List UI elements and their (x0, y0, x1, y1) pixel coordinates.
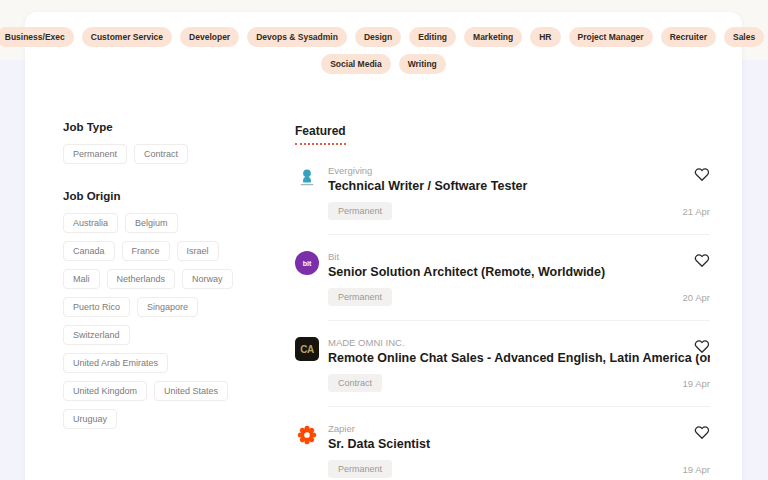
job-origin-option[interactable]: Canada (63, 241, 115, 261)
job-type-filter-group: Job Type Permanent Contract (63, 121, 295, 164)
job-origin-option[interactable]: United Arab Emirates (63, 353, 168, 373)
job-info: Zapier Sr. Data Scientist (328, 423, 710, 451)
job-type-badge: Permanent (328, 288, 392, 306)
job-origin-filter-group: Job Origin Australia Belgium Canada Fran… (63, 190, 295, 429)
company-name: Zapier (328, 423, 710, 434)
company-logo (295, 165, 319, 189)
job-origin-option[interactable]: Netherlands (107, 269, 176, 289)
job-type-option[interactable]: Contract (134, 144, 188, 164)
job-origin-option[interactable]: Belgium (125, 213, 178, 233)
job-info: Bit Senior Solution Architect (Remote, W… (328, 251, 710, 279)
job-origin-option[interactable]: United Kingdom (63, 381, 147, 401)
job-title[interactable]: Senior Solution Architect (Remote, World… (328, 265, 710, 279)
filters-sidebar: Job Type Permanent Contract Job Origin A… (63, 121, 295, 480)
company-logo: bit (295, 251, 319, 275)
job-meta: Contract 19 Apr (328, 374, 710, 392)
job-origin-option[interactable]: Switzerland (63, 325, 130, 345)
heart-icon[interactable] (693, 338, 710, 354)
category-pill[interactable]: Business/Exec (0, 27, 74, 47)
job-date: 20 Apr (683, 292, 710, 303)
featured-jobs-section: Featured Evergiving Technical Writer / S… (295, 121, 710, 480)
job-origin-option[interactable]: Australia (63, 213, 118, 233)
category-pill[interactable]: Marketing (464, 27, 522, 47)
category-pill[interactable]: Design (355, 27, 401, 47)
company-name: Bit (328, 251, 710, 262)
category-pill[interactable]: Customer Service (82, 27, 172, 47)
job-info: Evergiving Technical Writer / Software T… (328, 165, 710, 193)
main-card: All Business/Exec Customer Service Devel… (25, 12, 742, 480)
job-origin-option[interactable]: Israel (177, 241, 219, 261)
job-date: 21 Apr (683, 206, 710, 217)
job-title[interactable]: Technical Writer / Software Tester (328, 179, 710, 193)
job-title[interactable]: Remote Online Chat Sales - Advanced Engl… (328, 351, 710, 365)
job-type-badge: Contract (328, 374, 382, 392)
heart-icon[interactable] (693, 424, 710, 440)
featured-heading: Featured (295, 124, 346, 145)
job-meta: Permanent 21 Apr (328, 202, 710, 220)
job-type-badge: Permanent (328, 202, 392, 220)
job-card[interactable]: Evergiving Technical Writer / Software T… (295, 149, 710, 235)
job-origin-options: Australia Belgium Canada France Israel M… (63, 213, 233, 429)
job-origin-option[interactable]: Uruguay (63, 409, 117, 429)
job-meta: Permanent 20 Apr (328, 288, 710, 306)
job-info: MADE OMNI INC. Remote Online Chat Sales … (328, 337, 710, 365)
category-pill[interactable]: Devops & Sysadmin (247, 27, 347, 47)
job-list: Evergiving Technical Writer / Software T… (295, 149, 710, 480)
company-logo (295, 423, 319, 447)
category-pill[interactable]: Writing (399, 54, 446, 74)
job-card[interactable]: CA MADE OMNI INC. Remote Online Chat Sal… (295, 321, 710, 407)
job-origin-option[interactable]: Singapore (137, 297, 198, 317)
category-row-1: All Business/Exec Customer Service Devel… (31, 27, 736, 47)
company-logo: CA (295, 337, 319, 361)
job-type-options: Permanent Contract (63, 144, 233, 164)
job-date: 19 Apr (683, 464, 710, 475)
job-origin-option[interactable]: Puerto Rico (63, 297, 130, 317)
category-pill[interactable]: Developer (180, 27, 239, 47)
category-pill[interactable]: HR (530, 27, 560, 47)
job-origin-heading: Job Origin (63, 190, 295, 202)
job-meta: Permanent 19 Apr (328, 460, 710, 478)
job-title[interactable]: Sr. Data Scientist (328, 437, 710, 451)
category-filter-bar: All Business/Exec Customer Service Devel… (25, 12, 742, 74)
heart-icon[interactable] (693, 166, 710, 182)
job-type-badge: Permanent (328, 460, 392, 478)
category-pill[interactable]: Social Media (321, 54, 391, 74)
content-area: Job Type Permanent Contract Job Origin A… (25, 81, 742, 480)
job-origin-option[interactable]: United States (154, 381, 228, 401)
job-date: 19 Apr (683, 378, 710, 389)
category-row-2: Social Media Writing (31, 54, 736, 74)
category-pill[interactable]: Sales (724, 27, 764, 47)
job-origin-option[interactable]: Norway (182, 269, 233, 289)
job-type-option[interactable]: Permanent (63, 144, 127, 164)
job-card[interactable]: Zapier Sr. Data Scientist Permanent (295, 407, 710, 480)
job-origin-option[interactable]: Mali (63, 269, 100, 289)
company-name: MADE OMNI INC. (328, 337, 710, 348)
company-name: Evergiving (328, 165, 710, 176)
heart-icon[interactable] (693, 252, 710, 268)
job-origin-option[interactable]: France (122, 241, 170, 261)
category-pill[interactable]: Editing (409, 27, 456, 47)
category-pill[interactable]: Recruiter (661, 27, 716, 47)
job-type-heading: Job Type (63, 121, 295, 133)
job-card[interactable]: bit Bit Senior Solution Architect (Remot… (295, 235, 710, 321)
category-pill[interactable]: Project Manager (569, 27, 653, 47)
